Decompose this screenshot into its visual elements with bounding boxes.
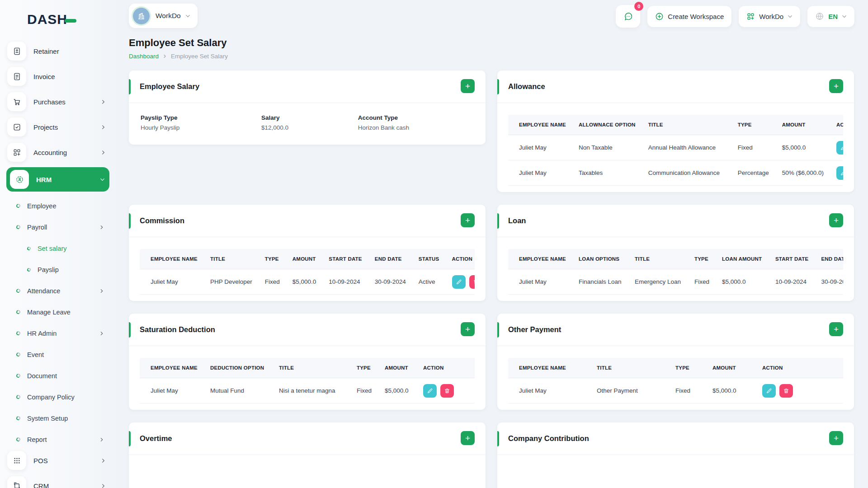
sidebar-item-crm[interactable]: CRM: [7, 475, 110, 488]
messages-button[interactable]: 0: [616, 5, 640, 28]
sidebar-subitem-payroll[interactable]: Payroll: [16, 216, 110, 238]
cell: Juliet May: [508, 160, 572, 186]
card-header: Loan +: [497, 205, 854, 237]
card-title: Allowance: [508, 82, 545, 91]
sidebar-item-retainer[interactable]: Retainer: [7, 41, 110, 61]
column-header: Deduction Option: [204, 358, 273, 378]
sidebar-item-label: Purchases: [33, 98, 66, 106]
workdo-menu-button[interactable]: WorkDo: [739, 6, 800, 27]
chevron-right-icon: [101, 458, 106, 463]
sidebar-item-hrm[interactable]: HRM: [6, 167, 109, 192]
sidebar-item-projects[interactable]: Projects: [7, 117, 110, 137]
bullet-icon: [16, 331, 21, 336]
sidebar-subitem-hr-admin[interactable]: HR Admin: [16, 323, 110, 344]
overtime-card: Overtime +: [129, 422, 486, 488]
column-header: Title: [273, 358, 350, 378]
cell: Active: [412, 269, 446, 295]
cell: Mutual Fund: [204, 378, 273, 404]
bullet-icon: [16, 203, 21, 209]
card-accent-bar: [497, 79, 499, 94]
sidebar-subitem-manage-leave[interactable]: Manage Leave: [16, 301, 110, 323]
add-loan-button[interactable]: +: [829, 213, 843, 227]
commission-table-wrapper: Employee Name Title Type Amount Start Da…: [140, 249, 475, 295]
projects-icon: [7, 117, 26, 136]
card-header: Other Payment +: [497, 314, 854, 346]
add-company-contribution-button[interactable]: +: [829, 431, 843, 445]
sidebar-subitem-company-policy[interactable]: Company Policy: [16, 386, 110, 408]
language-selector[interactable]: EN: [807, 6, 854, 27]
employee-salary-card: Employee Salary + Payslip Type Hourly Pa…: [129, 70, 486, 145]
card-accent-bar: [497, 213, 499, 229]
field-value: Hourly Payslip: [141, 124, 261, 131]
sidebar-item-label: HRM: [36, 176, 52, 183]
delete-button[interactable]: [779, 384, 793, 398]
chevron-right-icon: [99, 289, 104, 293]
sidebar-subitem-event[interactable]: Event: [16, 344, 110, 365]
edit-button[interactable]: [836, 141, 843, 155]
bullet-icon: [16, 416, 21, 421]
purchases-icon: [7, 92, 26, 111]
column-header: Loan Amount: [716, 249, 769, 269]
column-header: Title: [628, 249, 688, 269]
loan-card: Loan + Employee Name Loan Options Title …: [497, 205, 854, 301]
card-title: Loan: [508, 216, 526, 225]
column-header: Loan Options: [572, 249, 628, 269]
edit-button[interactable]: [423, 384, 437, 398]
sidebar-subitem-payslip[interactable]: Payslip: [27, 259, 110, 280]
cell: Juliet May: [508, 135, 572, 160]
loan-table-wrapper: Employee Name Loan Options Title Type Lo…: [508, 249, 843, 295]
edit-button[interactable]: [762, 384, 776, 398]
sidebar-item-label: CRM: [33, 482, 49, 488]
cell: $5,000.0: [286, 269, 323, 295]
saturation-deduction-table: Employee Name Deduction Option Title Typ…: [140, 358, 475, 404]
edit-button[interactable]: [836, 166, 843, 180]
sidebar-subitem-employee[interactable]: Employee: [16, 195, 110, 216]
sidebar-item-label: POS: [33, 457, 48, 465]
add-allowance-button[interactable]: +: [829, 79, 843, 93]
subitem-label: Employee: [27, 202, 56, 210]
sidebar-subitem-set-salary[interactable]: Set salary: [27, 238, 110, 259]
subitem-label: Manage Leave: [27, 309, 71, 316]
sidebar-item-accounting[interactable]: Accounting: [7, 142, 110, 163]
allowance-table: Employee Name Allownace Option Title Typ…: [508, 115, 843, 186]
crm-icon: [7, 476, 26, 488]
add-other-payment-button[interactable]: +: [829, 322, 843, 336]
column-header: Action: [830, 115, 843, 135]
cell: 30-09-2024: [368, 269, 412, 295]
sidebar-subitem-attendance[interactable]: Attendance: [16, 280, 110, 301]
app-logo[interactable]: DASH: [0, 0, 116, 27]
workspace-avatar: [133, 8, 150, 24]
grid-plus-icon: [746, 12, 755, 21]
cell: Financials Loan: [572, 269, 628, 295]
cell: 10-09-2024: [322, 269, 368, 295]
sidebar-subitem-document[interactable]: Document: [16, 365, 110, 386]
card-accent-bar: [129, 79, 131, 94]
column-header: Action: [417, 358, 475, 378]
add-overtime-button[interactable]: +: [461, 431, 475, 445]
add-saturation-deduction-button[interactable]: +: [461, 322, 475, 336]
sidebar-item-pos[interactable]: POS: [7, 450, 110, 471]
delete-button[interactable]: [440, 384, 454, 398]
cell: Fixed: [731, 135, 776, 160]
breadcrumb-dashboard-link[interactable]: Dashboard: [129, 53, 159, 60]
delete-button[interactable]: [469, 275, 475, 289]
subitem-label: HR Admin: [27, 330, 57, 337]
sidebar-item-label: Projects: [33, 123, 58, 131]
workspace-selector[interactable]: WorkDo: [129, 4, 198, 28]
breadcrumb-current: Employee Set Salary: [171, 53, 228, 60]
cell: Fixed: [688, 269, 716, 295]
cell: Juliet May: [140, 269, 204, 295]
add-commission-button[interactable]: +: [461, 213, 475, 227]
sidebar-subitem-system-setup[interactable]: System Setup: [16, 408, 110, 429]
cell: Fixed: [259, 269, 286, 295]
edit-button[interactable]: [452, 275, 466, 289]
sidebar-item-invoice[interactable]: Invoice: [7, 66, 110, 87]
sidebar-item-purchases[interactable]: Purchases: [7, 91, 110, 112]
pos-icon: [7, 451, 26, 470]
retainer-icon: [7, 42, 26, 61]
create-workspace-button[interactable]: Create Workspace: [647, 6, 731, 27]
sidebar-item-label: Accounting: [33, 149, 67, 156]
field-value: Horizon Bank cash: [358, 124, 474, 131]
sidebar-subitem-report[interactable]: Report: [16, 429, 110, 450]
add-employee-salary-button[interactable]: +: [461, 79, 475, 93]
